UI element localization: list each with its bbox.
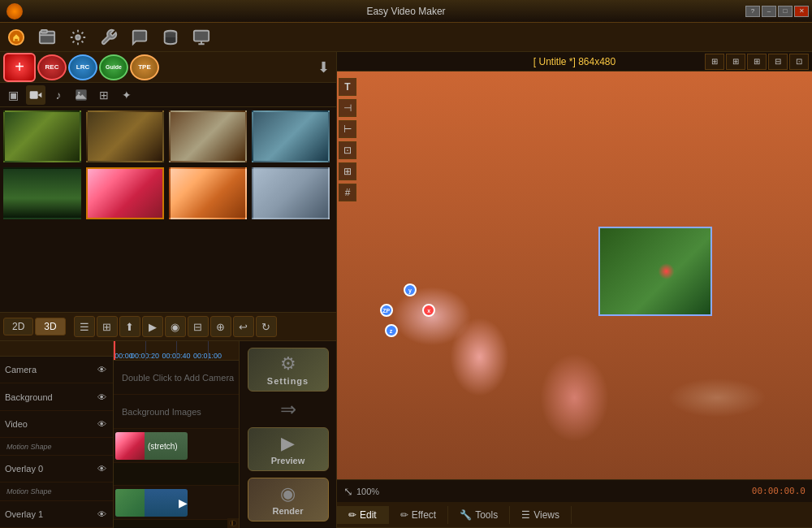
tab-edit[interactable]: ✏ Edit [337, 506, 389, 524]
video-track-label: Video 👁 [0, 411, 113, 438]
minimize-button[interactable]: – [762, 6, 776, 17]
grid-icon-4[interactable]: ⊟ [768, 54, 788, 70]
z-handle[interactable]: z [385, 324, 398, 337]
thumbnail-item-selected[interactable] [86, 167, 164, 219]
video-sub-track [114, 463, 239, 486]
display-icon[interactable] [188, 26, 214, 49]
right-sidebar: ⚙ Settings ⇒ ▶ Preview ◉ Render [239, 341, 336, 528]
thumbnail-item[interactable] [252, 167, 330, 219]
overlay0-motion-shape-label: Motion Shape [0, 483, 113, 500]
timeline-scrollbar [227, 518, 239, 528]
grid-icon-1[interactable]: ⊞ [705, 54, 724, 70]
grid-icon-2[interactable]: ⊞ [726, 54, 745, 70]
camera-eye-icon[interactable]: 👁 [95, 363, 108, 376]
overlay0-eye-icon[interactable]: 👁 [95, 462, 108, 475]
mode-2d-button[interactable]: 2D [3, 318, 33, 335]
preview-button[interactable]: ▶ Preview [248, 427, 329, 471]
maximize-button[interactable]: □ [778, 6, 793, 17]
image-filter-button[interactable] [71, 85, 91, 105]
timeline-record-button[interactable]: ◉ [165, 316, 186, 337]
chat-icon[interactable] [127, 26, 153, 49]
video-clip[interactable]: (stretch) [115, 432, 188, 460]
gear-icon: ⚙ [280, 353, 296, 374]
track-labels: Camera 👁 Background 👁 Video 👁 Motion Sha… [0, 341, 114, 528]
camera-track: Double Click to Add Camera [114, 361, 239, 395]
overlay1-track-label: Overlay 1 👁 [0, 501, 113, 528]
settings-icon[interactable] [65, 26, 91, 49]
tab-tools[interactable]: 🔧 Tools [448, 506, 510, 524]
zp-handle[interactable]: ZP [380, 304, 393, 317]
lrc-button[interactable]: LRC [68, 54, 97, 80]
camera-label-text: Camera [5, 365, 92, 374]
timeline-upload-button[interactable]: ⬆ [119, 316, 140, 337]
text-tool-button[interactable]: T [339, 78, 356, 96]
timeline-undo-button[interactable]: ↩ [233, 316, 254, 337]
slideshow-filter-button[interactable]: ⊞ [94, 85, 114, 105]
background-eye-icon[interactable]: 👁 [95, 391, 108, 404]
align-right-button[interactable]: ⊡ [339, 141, 356, 159]
database-icon[interactable] [158, 26, 184, 49]
video-filter-button[interactable]: ▣ [3, 85, 23, 105]
titlebar: Easy Video Maker ? – □ ✕ [0, 0, 812, 23]
rec-button[interactable]: REC [37, 54, 67, 80]
home-icon[interactable] [3, 26, 29, 49]
window-controls: ? – □ ✕ [745, 6, 809, 17]
thumbnail-item[interactable] [169, 167, 247, 219]
tpe-button[interactable]: TPE [130, 54, 159, 80]
app-logo [6, 3, 23, 19]
thumbnail-item[interactable] [86, 110, 164, 162]
camera-filter-button[interactable] [26, 85, 45, 105]
timeline-zoom-in-button[interactable]: ⊕ [210, 316, 231, 337]
tab-effect[interactable]: ✏ Effect [389, 506, 448, 524]
render-label: Render [273, 506, 304, 516]
add-button[interactable]: + [3, 53, 36, 82]
open-file-icon[interactable] [34, 26, 60, 49]
scroll-thumb[interactable] [231, 521, 233, 526]
thumbnail-item[interactable] [252, 110, 330, 162]
help-button[interactable]: ? [745, 6, 760, 17]
project-title: [ Untitle *] 864x480 [533, 56, 615, 67]
svg-rect-1 [15, 38, 18, 41]
settings-button[interactable]: ⚙ Settings [248, 348, 329, 392]
preview-background [337, 71, 812, 479]
timeline-ruler: 00:00:00:00 00:00:20 00:00:40 00:01:00 [114, 341, 239, 361]
timeline-tracks: 00:00:00:00 00:00:20 00:00:40 00:01:00 D… [114, 341, 239, 528]
svg-rect-3 [41, 29, 47, 32]
video-preview-area: y ZP x z T ⊣ ⊢ ⊡ ⊞ # [337, 71, 812, 479]
hash-button[interactable]: # [339, 184, 356, 201]
thumbnail-item[interactable] [3, 110, 81, 162]
close-button[interactable]: ✕ [794, 6, 809, 17]
grid-button[interactable]: ⊞ [339, 162, 356, 180]
tab-views[interactable]: ☰ Views [510, 506, 572, 524]
timeline-add-track-button[interactable]: ⊞ [97, 316, 118, 337]
grid-icon-5[interactable]: ⊡ [789, 54, 809, 70]
plugin-filter-button[interactable]: ✦ [117, 85, 136, 105]
thumbnail-item[interactable] [3, 167, 81, 219]
views-tab-label: Views [533, 509, 559, 521]
overlay1-eye-icon[interactable]: 👁 [95, 508, 108, 521]
overlay0-clip[interactable]: ▶ [115, 489, 188, 517]
timeline-list-button[interactable]: ☰ [74, 316, 95, 337]
camera-placeholder[interactable]: Double Click to Add Camera [122, 373, 234, 383]
video-eye-icon[interactable]: 👁 [95, 418, 108, 431]
timeline-redo-button[interactable]: ↻ [256, 316, 277, 337]
y-handle[interactable]: y [404, 283, 417, 296]
timeline-zoom-out-button[interactable]: ⊟ [188, 316, 209, 337]
align-left-button[interactable]: ⊣ [339, 99, 356, 117]
timeline-play-button[interactable]: ▶ [142, 316, 163, 337]
background-label-text: Background [5, 392, 92, 402]
camera-track-label: Camera 👁 [0, 357, 113, 383]
overlay-preview-box[interactable] [598, 227, 712, 316]
video-motion-text: Motion Shape [6, 443, 52, 451]
wrench-icon[interactable] [96, 26, 122, 49]
align-center-button[interactable]: ⊢ [339, 120, 356, 138]
thumbnail-item[interactable] [169, 110, 247, 162]
music-filter-button[interactable]: ♪ [49, 85, 68, 105]
mode-3d-button[interactable]: 3D [35, 318, 65, 335]
grid-icon-3[interactable]: ⊞ [747, 54, 767, 70]
overlay0-motion-text: Motion Shape [6, 487, 52, 496]
render-button[interactable]: ◉ Render [248, 478, 329, 522]
scroll-track[interactable] [229, 520, 237, 526]
guide-button[interactable]: Guide [99, 54, 128, 80]
download-icon[interactable]: ⬇ [313, 58, 333, 77]
